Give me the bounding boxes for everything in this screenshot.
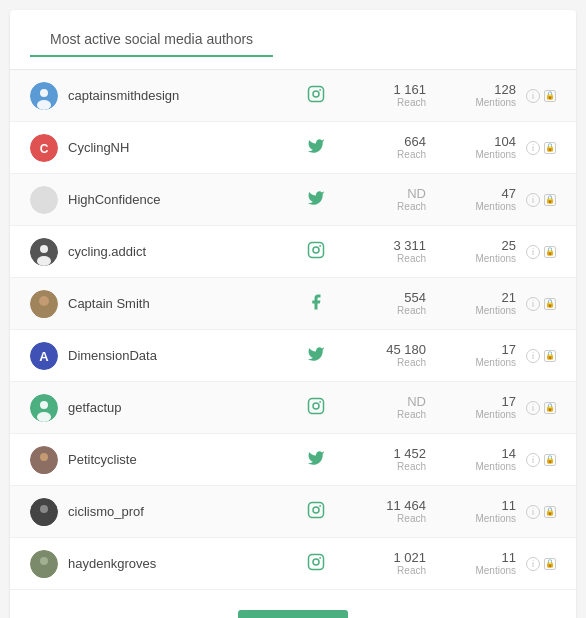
action-icons: i 🔒 bbox=[516, 141, 556, 155]
mentions-block: 17 Mentions bbox=[426, 394, 516, 422]
svg-point-14 bbox=[319, 244, 321, 246]
mentions-value: 11 bbox=[426, 550, 516, 566]
svg-point-5 bbox=[319, 88, 321, 90]
reach-block: NDReach bbox=[336, 186, 426, 214]
mentions-block: 128 Mentions bbox=[426, 82, 516, 110]
reach-label: Reach bbox=[336, 149, 426, 161]
author-name: cycling.addict bbox=[68, 244, 296, 259]
table-row: cycling.addict 3 311Reach 25 Mentions i … bbox=[10, 226, 576, 278]
lock-icon[interactable]: 🔒 bbox=[544, 298, 556, 310]
lock-icon[interactable]: 🔒 bbox=[544, 142, 556, 154]
info-icon[interactable]: i bbox=[526, 141, 540, 155]
reach-block: NDReach bbox=[336, 394, 426, 422]
action-icons: i 🔒 bbox=[516, 89, 556, 103]
reach-label: Reach bbox=[336, 357, 426, 369]
mentions-label: Mentions bbox=[426, 253, 516, 265]
info-icon[interactable]: i bbox=[526, 297, 540, 311]
svg-point-40 bbox=[319, 556, 321, 558]
table-row: ciclismo_prof 11 464Reach 11 Mentions i … bbox=[10, 486, 576, 538]
lock-icon[interactable]: 🔒 bbox=[544, 506, 556, 518]
reach-block: 554Reach bbox=[336, 290, 426, 318]
lock-icon[interactable]: 🔒 bbox=[544, 454, 556, 466]
avatar bbox=[30, 290, 58, 318]
author-name: Petitcycliste bbox=[68, 452, 296, 467]
mentions-label: Mentions bbox=[426, 513, 516, 525]
info-icon[interactable]: i bbox=[526, 245, 540, 259]
lock-icon[interactable]: 🔒 bbox=[544, 350, 556, 362]
info-icon[interactable]: i bbox=[526, 453, 540, 467]
svg-text:C: C bbox=[40, 142, 49, 156]
lock-icon[interactable]: 🔒 bbox=[544, 90, 556, 102]
reach-nd: ND bbox=[336, 394, 426, 410]
info-icon[interactable]: i bbox=[526, 349, 540, 363]
reach-block: 1 452Reach bbox=[336, 446, 426, 474]
info-icon[interactable]: i bbox=[526, 193, 540, 207]
lock-icon[interactable]: 🔒 bbox=[544, 194, 556, 206]
svg-point-22 bbox=[37, 412, 51, 422]
table-row: C CyclingNH 664Reach 104 Mentions i 🔒 bbox=[10, 122, 576, 174]
svg-rect-3 bbox=[309, 86, 324, 101]
svg-rect-38 bbox=[309, 554, 324, 569]
reach-label: Reach bbox=[336, 409, 426, 421]
svg-rect-12 bbox=[309, 242, 324, 257]
avatar: A bbox=[30, 342, 58, 370]
more-btn-container: More bbox=[10, 610, 576, 618]
svg-rect-32 bbox=[309, 502, 324, 517]
svg-point-4 bbox=[313, 91, 319, 97]
mentions-block: 21 Mentions bbox=[426, 290, 516, 318]
action-icons: i 🔒 bbox=[516, 349, 556, 363]
author-name: ciclismo_prof bbox=[68, 504, 296, 519]
lock-icon[interactable]: 🔒 bbox=[544, 246, 556, 258]
mentions-value: 17 bbox=[426, 342, 516, 358]
mentions-label: Mentions bbox=[426, 357, 516, 369]
table-row: captainsmithdesign 1 161Reach 128 Mentio… bbox=[10, 70, 576, 122]
info-icon[interactable]: i bbox=[526, 505, 540, 519]
social-icon-instagram bbox=[296, 501, 336, 523]
social-icon-twitter bbox=[296, 137, 336, 159]
reach-value: 554 bbox=[336, 290, 426, 306]
avatar: C bbox=[30, 134, 58, 162]
social-icon-instagram bbox=[296, 85, 336, 107]
reach-label: Reach bbox=[336, 97, 426, 109]
mentions-label: Mentions bbox=[426, 565, 516, 577]
svg-point-24 bbox=[313, 403, 319, 409]
reach-label: Reach bbox=[336, 305, 426, 317]
card-title: Most active social media authors bbox=[30, 31, 273, 57]
info-icon[interactable]: i bbox=[526, 557, 540, 571]
info-icon[interactable]: i bbox=[526, 89, 540, 103]
author-name: HighConfidence bbox=[68, 192, 296, 207]
avatar bbox=[30, 446, 58, 474]
lock-icon[interactable]: 🔒 bbox=[544, 402, 556, 414]
reach-value: 11 464 bbox=[336, 498, 426, 514]
svg-point-39 bbox=[313, 559, 319, 565]
info-icon[interactable]: i bbox=[526, 401, 540, 415]
social-icon-twitter bbox=[296, 449, 336, 471]
mentions-label: Mentions bbox=[426, 461, 516, 473]
reach-value: 45 180 bbox=[336, 342, 426, 358]
action-icons: i 🔒 bbox=[516, 245, 556, 259]
svg-point-16 bbox=[39, 296, 49, 306]
action-icons: i 🔒 bbox=[516, 505, 556, 519]
mentions-value: 17 bbox=[426, 394, 516, 410]
svg-point-13 bbox=[313, 247, 319, 253]
social-icon-instagram bbox=[296, 397, 336, 419]
social-icon-twitter bbox=[296, 345, 336, 367]
lock-icon[interactable]: 🔒 bbox=[544, 558, 556, 570]
mentions-value: 11 bbox=[426, 498, 516, 514]
more-button[interactable]: More bbox=[238, 610, 348, 618]
author-name: getfactup bbox=[68, 400, 296, 415]
reach-label: Reach bbox=[336, 513, 426, 525]
mentions-value: 21 bbox=[426, 290, 516, 306]
reach-label: Reach bbox=[336, 253, 426, 265]
mentions-block: 25 Mentions bbox=[426, 238, 516, 266]
reach-value: 3 311 bbox=[336, 238, 426, 254]
svg-point-2 bbox=[37, 100, 51, 110]
svg-point-36 bbox=[40, 557, 48, 565]
avatar bbox=[30, 186, 58, 214]
reach-block: 1 161Reach bbox=[336, 82, 426, 110]
svg-point-10 bbox=[40, 245, 48, 253]
mentions-block: 17 Mentions bbox=[426, 342, 516, 370]
svg-point-33 bbox=[313, 507, 319, 513]
mentions-value: 25 bbox=[426, 238, 516, 254]
action-icons: i 🔒 bbox=[516, 193, 556, 207]
